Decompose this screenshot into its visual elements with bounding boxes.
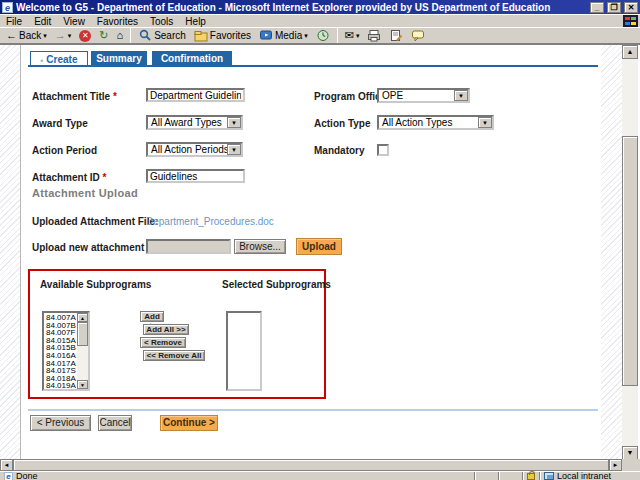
- menu-edit[interactable]: Edit: [28, 16, 57, 27]
- discuss-button[interactable]: [408, 28, 428, 43]
- menu-tools[interactable]: Tools: [144, 16, 179, 27]
- search-label: Search: [154, 30, 186, 41]
- restore-button[interactable]: ❐: [607, 2, 621, 13]
- action-period-value: All Action Periods: [148, 144, 227, 155]
- favorites-button[interactable]: Favorites: [191, 28, 254, 43]
- previous-button[interactable]: < Previous: [30, 415, 91, 431]
- action-period-select[interactable]: All Action Periods ▼: [146, 142, 243, 157]
- selected-subprograms-listbox[interactable]: [226, 311, 262, 391]
- browse-button[interactable]: Browse...: [234, 239, 286, 254]
- status-bar: e Done Local intranet: [0, 471, 640, 480]
- search-button[interactable]: Search: [135, 28, 189, 43]
- scroll-up-icon[interactable]: ▲: [622, 45, 638, 59]
- add-all-button[interactable]: Add All >>: [143, 324, 189, 335]
- continue-button[interactable]: Continue >: [160, 415, 218, 431]
- upload-file-input[interactable]: [146, 239, 231, 254]
- search-icon: [138, 29, 152, 42]
- tab-create-label: Create: [46, 54, 77, 65]
- lock-icon: [527, 473, 535, 480]
- print-button[interactable]: [364, 28, 384, 43]
- scroll-right-icon[interactable]: ►: [609, 459, 622, 471]
- history-button[interactable]: [313, 28, 333, 43]
- menu-view[interactable]: View: [57, 16, 91, 27]
- media-button[interactable]: Media ▾: [256, 28, 311, 43]
- dropdown-arrow-icon[interactable]: ▼: [227, 117, 241, 128]
- menu-file[interactable]: File: [0, 16, 28, 27]
- scroll-down-icon[interactable]: ▼: [622, 446, 638, 459]
- award-type-value: All Award Types: [148, 117, 227, 128]
- remove-button[interactable]: < Remove: [140, 337, 186, 348]
- mail-dropdown-icon[interactable]: ▾: [356, 32, 360, 40]
- vertical-scrollbar[interactable]: ▲ ▼: [622, 45, 638, 459]
- media-label: Media: [275, 30, 302, 41]
- award-type-select[interactable]: All Award Types ▼: [146, 115, 243, 130]
- forward-button[interactable]: → ▾: [52, 28, 75, 43]
- toolbar-separator: [337, 28, 338, 43]
- available-subprograms-listbox[interactable]: 84.007A 84.007B 84.007F 84.015A 84.015B …: [42, 311, 90, 391]
- refresh-icon: ↻: [99, 30, 108, 41]
- scrollbar-thumb[interactable]: [77, 322, 88, 346]
- status-text: Done: [16, 471, 38, 480]
- title-bar: e Welcome to G5 - Department of Educatio…: [0, 0, 640, 14]
- dropdown-arrow-icon[interactable]: ▼: [478, 117, 492, 128]
- horizontal-scrollbar[interactable]: ◄ ►: [0, 459, 640, 471]
- menu-bar: File Edit View Favorites Tools Help: [0, 14, 640, 27]
- home-button[interactable]: ⌂: [113, 28, 126, 43]
- tab-create[interactable]: ▪Create: [30, 51, 88, 66]
- award-type-label: Award Type: [32, 118, 88, 129]
- required-asterisk: *: [103, 172, 107, 183]
- status-pane: [499, 472, 523, 480]
- upload-button[interactable]: Upload: [296, 238, 342, 255]
- tab-confirmation[interactable]: Confirmation: [152, 51, 232, 66]
- selected-subprograms-label: Selected Subprograms: [222, 279, 331, 290]
- tab-summary[interactable]: Summary: [91, 51, 147, 66]
- program-office-select[interactable]: OPE ▼: [377, 88, 470, 103]
- attachment-id-input[interactable]: [146, 169, 245, 183]
- close-button[interactable]: ✕: [624, 2, 638, 13]
- forward-dropdown-icon[interactable]: ▾: [68, 32, 72, 40]
- media-dropdown-icon[interactable]: ▾: [304, 32, 308, 40]
- cancel-button[interactable]: Cancel: [98, 415, 132, 431]
- action-period-label: Action Period: [32, 145, 97, 156]
- dropdown-arrow-icon[interactable]: ▼: [454, 90, 468, 101]
- dropdown-arrow-icon[interactable]: ▼: [227, 144, 241, 155]
- menu-help[interactable]: Help: [179, 16, 212, 27]
- page-status-icon: e: [4, 472, 13, 480]
- action-type-select[interactable]: All Action Types ▼: [377, 115, 494, 130]
- program-office-value: OPE: [379, 90, 454, 101]
- scroll-down-icon[interactable]: ▼: [77, 380, 88, 389]
- favorites-icon: [194, 29, 208, 42]
- status-pane: [475, 472, 499, 480]
- refresh-button[interactable]: ↻: [96, 28, 111, 43]
- print-icon: [367, 29, 381, 42]
- back-icon: ←: [6, 30, 17, 41]
- menu-favorites[interactable]: Favorites: [91, 16, 144, 27]
- scroll-up-icon[interactable]: ▲: [77, 313, 88, 322]
- add-button[interactable]: Add >: [140, 311, 164, 322]
- listbox-scrollbar[interactable]: ▲ ▼: [77, 313, 88, 389]
- back-dropdown-icon[interactable]: ▾: [43, 32, 47, 40]
- scrollbar-thumb[interactable]: [622, 136, 638, 386]
- uploaded-file-link[interactable]: Department_Procedures.doc: [146, 216, 274, 227]
- attachment-title-input[interactable]: [146, 88, 245, 102]
- scrollbar-thumb[interactable]: [13, 459, 609, 471]
- footer-divider: [28, 409, 598, 411]
- minimize-button[interactable]: _: [590, 2, 604, 13]
- list-item[interactable]: 84.019A: [46, 382, 77, 389]
- required-asterisk: *: [113, 91, 117, 102]
- attachment-title-label: Attachment Title *: [32, 91, 117, 102]
- scroll-left-icon[interactable]: ◄: [0, 459, 13, 471]
- stop-button[interactable]: ✕: [76, 28, 94, 43]
- edit-button[interactable]: [386, 28, 406, 43]
- mandatory-checkbox[interactable]: [377, 144, 389, 156]
- uploaded-file-label: Uploaded Attachment File:: [32, 216, 158, 227]
- program-office-label: Program Office: [314, 91, 386, 102]
- tab-confirmation-label: Confirmation: [161, 53, 223, 64]
- remove-all-button[interactable]: << Remove All: [143, 350, 205, 361]
- zone-pane: Local intranet: [540, 472, 640, 480]
- favorites-label: Favorites: [210, 30, 251, 41]
- scrollbar-corner: [622, 459, 640, 471]
- mail-button[interactable]: ✉ ▾: [342, 28, 363, 43]
- back-button[interactable]: ← Back ▾: [3, 28, 50, 43]
- tab-summary-label: Summary: [96, 53, 142, 64]
